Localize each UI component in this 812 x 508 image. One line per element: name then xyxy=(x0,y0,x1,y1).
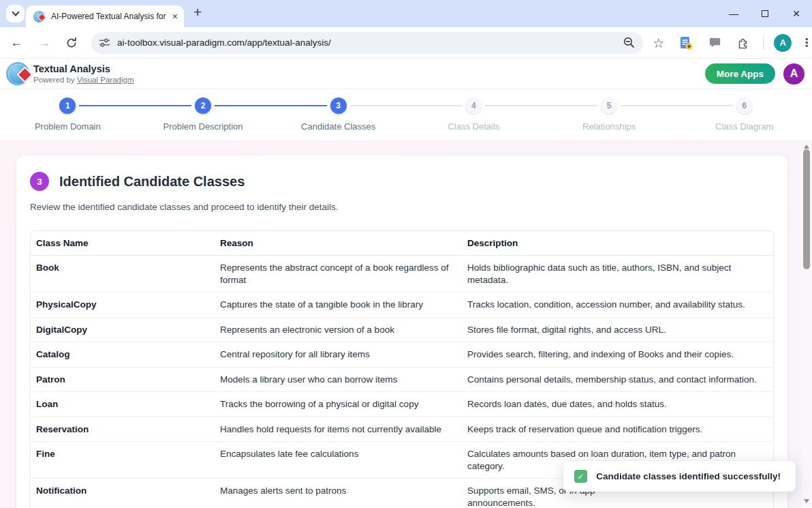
scroll-down-arrow-icon[interactable] xyxy=(804,499,809,503)
stepper-step[interactable]: 4 Class Details xyxy=(406,89,542,140)
stepper: 1 Problem Domain 2 Problem Description 3… xyxy=(0,89,812,140)
column-header-class-name: Class Name xyxy=(31,231,215,256)
cell-class-name: Reservation xyxy=(31,417,215,442)
table-row: Book Represents the abstract concept of … xyxy=(31,256,773,292)
tab-title: AI-Powered Textual Analysis for xyxy=(51,12,168,21)
cell-class-name: PhysicalCopy xyxy=(31,292,215,317)
reload-button[interactable] xyxy=(65,36,78,50)
stepper-step[interactable]: 3 Candidate Classes xyxy=(270,89,406,140)
cell-class-name: Patron xyxy=(31,367,215,392)
step-label: Class Diagram xyxy=(676,121,812,132)
visual-paradigm-logo xyxy=(6,62,29,85)
step-number-badge: 4 xyxy=(465,98,482,114)
cell-class-name: Catalog xyxy=(31,342,215,367)
powered-by-text: Powered by xyxy=(33,76,75,84)
step-number-badge: 5 xyxy=(601,98,617,114)
visual-paradigm-favicon xyxy=(33,11,45,23)
table-row: Patron Models a library user who can bor… xyxy=(31,367,773,392)
comment-icon[interactable] xyxy=(708,35,722,50)
window-close-button[interactable]: × xyxy=(781,0,812,27)
scroll-up-arrow-icon[interactable] xyxy=(804,145,809,149)
cell-description: Records loan dates, due dates, and holds… xyxy=(462,391,773,417)
section-step-badge: 3 xyxy=(30,172,49,191)
scrollbar-thumb[interactable] xyxy=(803,149,810,269)
minimize-button[interactable]: — xyxy=(718,0,749,27)
step-number-badge: 6 xyxy=(736,98,753,114)
app-header: Textual Analysis Powered by Visual Parad… xyxy=(0,59,812,89)
extensions-icon[interactable] xyxy=(736,35,751,50)
cell-reason: Tracks the borrowing of a physical or di… xyxy=(215,391,462,417)
table-row: DigitalCopy Represents an electronic ver… xyxy=(31,317,773,342)
cell-class-name: DigitalCopy xyxy=(31,317,215,342)
table-row: Loan Tracks the borrowing of a physical … xyxy=(31,391,773,417)
stepper-step[interactable]: 1 Problem Domain xyxy=(0,89,136,140)
browser-profile-avatar[interactable]: A xyxy=(774,34,792,52)
cell-description: Stores file format, digital rights, and … xyxy=(462,317,773,342)
cell-reason: Encapsulates late fee calculations xyxy=(215,441,462,478)
column-header-reason: Reason xyxy=(215,231,462,256)
browser-menu-icon[interactable]: ⋮ xyxy=(801,36,812,49)
step-number-badge: 1 xyxy=(59,98,76,114)
maximize-icon xyxy=(762,10,768,17)
cell-reason: Handles hold requests for items not curr… xyxy=(215,417,462,442)
cell-class-name: Loan xyxy=(31,391,215,417)
cell-description: Tracks location, condition, accession nu… xyxy=(462,292,773,317)
tab-close-icon[interactable]: × xyxy=(172,12,178,21)
cell-reason: Manages alerts sent to patrons xyxy=(215,478,462,508)
reload-icon xyxy=(65,36,78,50)
cell-class-name: Fine xyxy=(31,441,215,478)
tab-strip: AI-Powered Textual Analysis for × + — × xyxy=(0,0,812,27)
step-label: Class Details xyxy=(406,121,542,132)
table-row: PhysicalCopy Captures the state of a tan… xyxy=(31,292,773,317)
step-number-badge: 2 xyxy=(195,98,211,114)
site-settings-icon[interactable] xyxy=(99,37,110,48)
step-label: Problem Domain xyxy=(0,121,136,132)
stepper-step[interactable]: 6 Class Diagram xyxy=(676,89,812,140)
url-text[interactable]: ai-toolbox.visual-paradigm.com/app/textu… xyxy=(117,38,623,48)
chevron-down-icon xyxy=(12,8,19,16)
table-row: Catalog Central repository for all libra… xyxy=(31,342,773,367)
cell-description: Holds bibliographic data such as title, … xyxy=(462,256,773,292)
page-title: Identified Candidate Classes xyxy=(59,174,245,190)
step-number-badge: 3 xyxy=(330,98,347,114)
zoom-out-icon[interactable] xyxy=(623,36,636,49)
cell-reason: Represents an electronic version of a bo… xyxy=(215,317,462,342)
powered-by: Powered by Visual Paradigm xyxy=(33,76,134,84)
cell-class-name: Book xyxy=(31,256,215,292)
cell-description: Keeps track of reservation queue and not… xyxy=(462,417,773,442)
cell-reason: Represents the abstract concept of a boo… xyxy=(215,256,462,292)
candidate-classes-card: 3 Identified Candidate Classes Review th… xyxy=(16,155,787,508)
more-apps-button[interactable]: More Apps xyxy=(705,63,775,84)
browser-tab[interactable]: AI-Powered Textual Analysis for × xyxy=(26,5,184,27)
stepper-step[interactable]: 2 Problem Description xyxy=(136,89,271,140)
toast-message: Candidate classes identified successfull… xyxy=(596,471,781,481)
step-label: Candidate Classes xyxy=(270,121,406,132)
cell-reason: Central repository for all library items xyxy=(215,342,462,367)
maximize-button[interactable] xyxy=(749,0,781,27)
user-avatar[interactable]: A xyxy=(783,63,805,85)
step-label: Problem Description xyxy=(136,121,271,132)
bookmark-star-icon[interactable]: ☆ xyxy=(653,35,664,50)
success-toast: ✓ Candidate classes identified successfu… xyxy=(563,461,796,492)
new-tab-button[interactable]: + xyxy=(193,4,202,20)
forward-button: → xyxy=(38,35,50,50)
tab-search-button[interactable] xyxy=(6,5,25,23)
cell-class-name: Notification xyxy=(31,478,215,508)
address-bar[interactable]: ai-toolbox.visual-paradigm.com/app/textu… xyxy=(91,32,643,54)
toolbar-divider xyxy=(763,36,764,50)
stepper-step[interactable]: 5 Relationships xyxy=(542,89,677,140)
vertical-scrollbar[interactable] xyxy=(801,140,812,508)
success-check-icon: ✓ xyxy=(574,470,587,483)
page-download-icon[interactable] xyxy=(678,35,694,51)
visual-paradigm-link[interactable]: Visual Paradigm xyxy=(77,76,134,84)
page-content: 3 Identified Candidate Classes Review th… xyxy=(0,140,812,508)
cell-reason: Captures the state of a tangible book in… xyxy=(215,292,462,317)
cell-description: Contains personal details, membership st… xyxy=(462,367,773,392)
cell-reason: Models a library user who can borrow ite… xyxy=(215,367,462,392)
step-label: Relationships xyxy=(542,121,677,132)
cell-description: Provides search, filtering, and indexing… xyxy=(462,342,773,367)
back-button[interactable]: ← xyxy=(10,35,22,50)
browser-toolbar: ← → ai-toolbox.visual-paradigm.com/app/t… xyxy=(0,27,812,59)
column-header-description: Description xyxy=(462,231,773,256)
table-row: Reservation Handles hold requests for it… xyxy=(31,417,773,442)
